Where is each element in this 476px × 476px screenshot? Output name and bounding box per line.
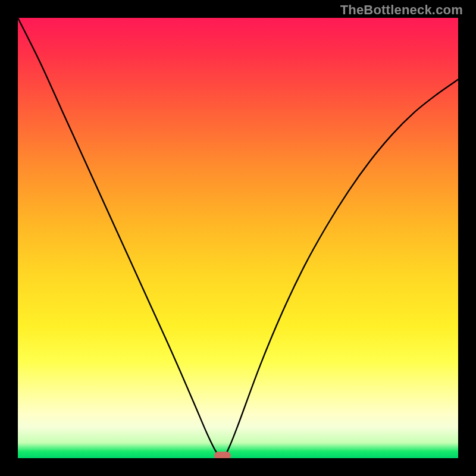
optimal-point-marker bbox=[214, 452, 231, 458]
watermark-text: TheBottleneck.com bbox=[340, 2, 463, 18]
bottleneck-curve bbox=[18, 18, 458, 458]
plot-area bbox=[18, 18, 458, 458]
chart-container: TheBottleneck.com bbox=[0, 0, 476, 476]
